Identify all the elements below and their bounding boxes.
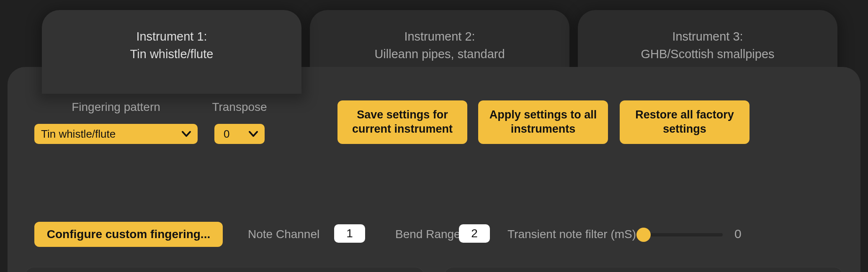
tab-title-line1: Instrument 2: (404, 28, 475, 45)
settings-panel: Fingering pattern Tin whistle/flute Tran… (8, 67, 860, 272)
settings-row-2: Configure custom fingering... Note Chann… (34, 222, 834, 251)
sub-panel-left (24, 267, 425, 272)
fingering-pattern-value: Tin whistle/flute (41, 128, 116, 141)
fingering-pattern-label: Fingering pattern (34, 100, 198, 114)
fingering-pattern-select[interactable]: Tin whistle/flute (34, 124, 198, 144)
apply-settings-button[interactable]: Apply settings to all instruments (478, 100, 608, 144)
transpose-group: Transpose 0 (210, 100, 269, 144)
tab-title-line2: Uilleann pipes, standard (374, 45, 505, 63)
slider-thumb[interactable] (636, 228, 651, 242)
tab-title-line2: Tin whistle/flute (130, 45, 214, 63)
transient-filter-label: Transient note filter (mS) (507, 228, 636, 241)
chevron-down-icon (182, 131, 191, 137)
button-label: Configure custom fingering... (47, 228, 210, 241)
save-settings-button[interactable]: Save settings for current instrument (337, 100, 467, 144)
slider-track (639, 233, 723, 236)
bend-range-input[interactable]: 2 (459, 224, 490, 243)
button-label: Restore all factory settings (629, 108, 740, 136)
sub-panel-right (443, 267, 844, 272)
settings-row-1: Fingering pattern Tin whistle/flute Tran… (34, 100, 834, 146)
transient-filter-slider[interactable] (639, 231, 723, 239)
chevron-down-icon (249, 131, 258, 137)
note-channel-value: 1 (346, 227, 353, 240)
bend-range-value: 2 (471, 227, 478, 240)
tab-title-line1: Instrument 3: (672, 28, 743, 45)
button-label: Save settings for current instrument (347, 108, 458, 136)
instrument-tabs: Instrument 1: Tin whistle/flute Instrume… (0, 10, 868, 64)
transient-filter-value: 0 (734, 227, 742, 241)
button-label: Apply settings to all instruments (487, 108, 599, 136)
note-channel-label: Note Channel (248, 228, 319, 241)
note-channel-input[interactable]: 1 (334, 224, 365, 243)
tab-instrument-1[interactable]: Instrument 1: Tin whistle/flute (42, 10, 301, 94)
tab-title-line2: GHB/Scottish smallpipes (641, 45, 774, 63)
bend-range-label: Bend Range (395, 228, 461, 241)
transpose-select[interactable]: 0 (214, 124, 265, 144)
tab-title-line1: Instrument 1: (136, 28, 207, 45)
sub-panels-row (24, 267, 844, 272)
restore-factory-button[interactable]: Restore all factory settings (620, 100, 750, 144)
transpose-label: Transpose (210, 100, 269, 114)
configure-custom-fingering-button[interactable]: Configure custom fingering... (34, 222, 223, 247)
fingering-pattern-group: Fingering pattern Tin whistle/flute (34, 100, 198, 144)
